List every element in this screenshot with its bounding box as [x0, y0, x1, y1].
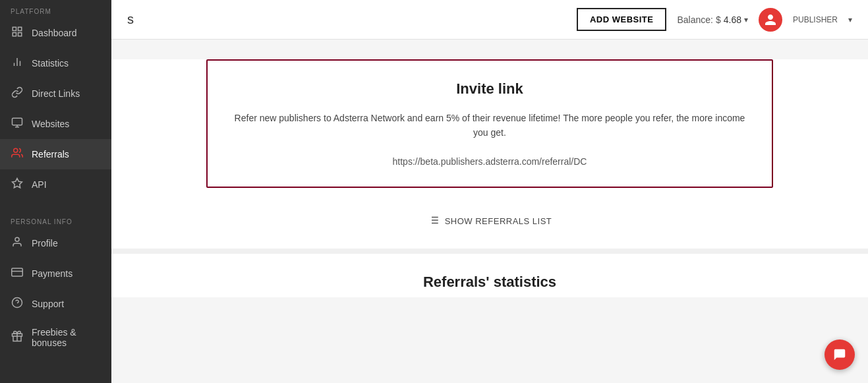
svg-rect-13 [12, 268, 23, 276]
topbar: s ADD WEBSITE Balance: $ 4.68 ▾ PUBLISHE… [111, 0, 868, 40]
sidebar: PLATFORM Dashboard Statistics Direct Lin… [0, 0, 111, 383]
sidebar-item-profile-label: Profile [32, 238, 58, 249]
support-icon [11, 297, 24, 311]
sidebar-item-support[interactable]: Support [0, 289, 111, 319]
balance-display: Balance: $ 4.68 ▾ [677, 15, 748, 25]
svg-rect-3 [13, 33, 16, 36]
invite-link-box: Invite link Refer new publishers to Adst… [206, 59, 773, 188]
direct-links-icon [11, 86, 24, 101]
sidebar-item-websites-label: Websites [32, 119, 69, 129]
sidebar-item-statistics-label: Statistics [32, 58, 69, 69]
sidebar-item-websites[interactable]: Websites [0, 109, 111, 139]
content-area: Invite link Refer new publishers to Adst… [111, 40, 868, 383]
profile-icon [11, 236, 24, 250]
invite-title: Invite link [234, 80, 745, 98]
sidebar-item-api-label: API [32, 179, 47, 190]
svg-rect-0 [13, 27, 16, 30]
section-separator [111, 249, 868, 254]
sidebar-item-statistics[interactable]: Statistics [0, 48, 111, 78]
sidebar-item-api[interactable]: API [0, 169, 111, 200]
balance-label: Balance: [677, 15, 712, 25]
publisher-chevron-icon[interactable]: ▾ [848, 15, 852, 24]
sidebar-item-profile[interactable]: Profile [0, 228, 111, 258]
balance-amount: 4.68 [724, 15, 741, 25]
list-icon [428, 214, 440, 229]
sidebar-item-referrals-label: Referrals [32, 149, 69, 160]
freebies-icon [11, 330, 24, 345]
invite-description: Refer new publishers to Adsterra Network… [234, 111, 745, 140]
referrals-icon [11, 147, 24, 162]
sidebar-item-referrals[interactable]: Referrals [0, 139, 111, 169]
main-content: s ADD WEBSITE Balance: $ 4.68 ▾ PUBLISHE… [111, 0, 868, 383]
avatar[interactable] [759, 8, 782, 32]
referrals-stats-title: Referrals' statistics [138, 274, 842, 291]
svg-marker-11 [13, 179, 22, 188]
sidebar-item-dashboard[interactable]: Dashboard [0, 18, 111, 48]
sidebar-item-freebies[interactable]: Freebies & bonuses [0, 319, 111, 356]
svg-rect-1 [18, 27, 22, 30]
publisher-label: PUBLISHER [793, 15, 838, 24]
payments-icon [11, 266, 24, 281]
page-title: s [127, 12, 134, 27]
invite-link-url[interactable]: https://beta.publishers.adsterra.com/ref… [234, 156, 745, 167]
show-referrals-button[interactable]: SHOW REFERRALS LIST [138, 201, 842, 249]
sidebar-item-payments-label: Payments [32, 268, 72, 279]
show-referrals-label: SHOW REFERRALS LIST [445, 216, 552, 226]
balance-chevron-icon[interactable]: ▾ [744, 15, 748, 24]
dashboard-icon [11, 26, 24, 40]
sidebar-item-direct-links-label: Direct Links [32, 88, 80, 99]
sidebar-item-freebies-label: Freebies & bonuses [32, 327, 101, 348]
chat-button[interactable] [825, 339, 855, 370]
statistics-icon [11, 56, 24, 71]
sidebar-item-direct-links[interactable]: Direct Links [0, 78, 111, 109]
api-icon [11, 177, 24, 192]
referrals-stats-section: Referrals' statistics [111, 254, 868, 297]
sidebar-item-dashboard-label: Dashboard [32, 28, 77, 38]
balance-currency: $ [716, 15, 721, 25]
sidebar-item-support-label: Support [32, 299, 64, 309]
add-website-button[interactable]: ADD WEBSITE [577, 8, 667, 31]
platform-section-label: PLATFORM [0, 0, 111, 18]
websites-icon [11, 117, 24, 131]
svg-point-12 [15, 237, 19, 241]
personal-info-section-label: PERSONAL INFO [0, 210, 111, 228]
sidebar-item-payments[interactable]: Payments [0, 258, 111, 289]
svg-point-10 [14, 148, 18, 152]
svg-rect-7 [13, 118, 22, 125]
svg-rect-2 [18, 33, 22, 36]
